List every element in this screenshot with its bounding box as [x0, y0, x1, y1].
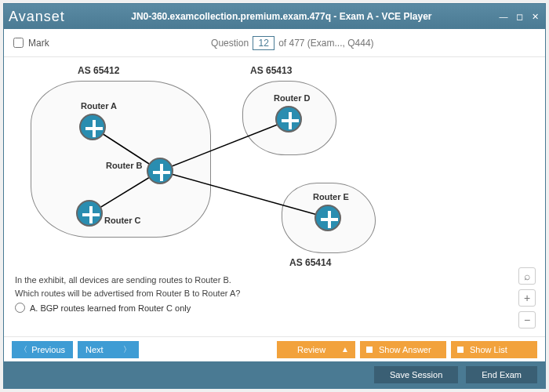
option-a-radio[interactable] — [15, 303, 25, 313]
next-label: Next — [85, 345, 104, 354]
question-text: In the exhibit, all devices are sending … — [15, 275, 534, 298]
titlebar: Avanset JN0-360.examcollection.premium.e… — [4, 4, 545, 29]
maximize-icon[interactable]: ◻ — [514, 11, 525, 22]
magnify-icon[interactable]: ⌕ — [518, 267, 536, 285]
question-number[interactable]: 12 — [253, 36, 274, 50]
chevron-left-icon: 〈 — [20, 344, 27, 355]
mark-label: Mark — [28, 38, 49, 49]
svg-line-3 — [160, 171, 329, 218]
show-answer-button[interactable]: Show Answer — [360, 341, 446, 358]
window-title: JN0-360.examcollection.premium.exam.477q… — [65, 11, 498, 22]
close-icon[interactable]: ✕ — [529, 11, 540, 22]
zoom-in-button[interactable]: + — [518, 289, 536, 307]
router-a-label: Router A — [81, 101, 117, 111]
show-list-button[interactable]: Show List — [451, 341, 537, 358]
stem-line-1: In the exhibit, all devices are sending … — [15, 275, 534, 285]
nav-bar: 〈 Previous Next 〉 Review ▲ Show Answer S… — [4, 336, 545, 361]
option-a-label: A. BGP routes learned from Router C only — [30, 303, 191, 313]
logo: Avanset — [9, 9, 65, 25]
triangle-up-icon: ▲ — [341, 345, 349, 354]
question-total: of 477 (Exam..., Q444) — [278, 38, 373, 49]
end-exam-button[interactable]: End Exam — [466, 366, 537, 383]
save-session-button[interactable]: Save Session — [374, 366, 458, 383]
previous-label: Previous — [31, 345, 65, 354]
square-icon — [457, 347, 464, 353]
chevron-right-icon: 〉 — [123, 344, 131, 355]
router-c-label: Router C — [104, 216, 140, 225]
router-e-icon — [314, 205, 341, 231]
review-label: Review — [297, 345, 325, 354]
router-b-icon — [147, 158, 173, 184]
review-button[interactable]: Review ▲ — [277, 341, 355, 358]
network-diagram: AS 65412 AS 65413 AS 65414 Router A Rout… — [15, 65, 454, 269]
zoom-tools: ⌕ + − — [518, 267, 536, 328]
stem-line-2: Which routes will be advertised from Rou… — [15, 289, 534, 298]
question-counter: Question 12 of 477 (Exam..., Q444) — [49, 38, 536, 49]
question-header: Mark Question 12 of 477 (Exam..., Q444) — [4, 29, 545, 57]
router-d-icon — [275, 106, 302, 132]
content-area: AS 65412 AS 65413 AS 65414 Router A Rout… — [4, 57, 545, 336]
bottom-bar: Save Session End Exam — [4, 361, 545, 388]
svg-line-2 — [160, 120, 289, 171]
next-button[interactable]: Next 〉 — [78, 341, 139, 358]
router-a-icon — [79, 114, 106, 140]
minimize-icon[interactable]: — — [498, 11, 509, 22]
show-answer-label: Show Answer — [379, 345, 431, 354]
previous-button[interactable]: 〈 Previous — [12, 341, 73, 358]
mark-checkbox[interactable] — [13, 38, 24, 48]
option-a[interactable]: A. BGP routes learned from Router C only — [15, 303, 534, 313]
question-word: Question — [211, 38, 249, 49]
show-list-label: Show List — [470, 345, 507, 354]
router-c-icon — [76, 200, 103, 227]
topology-lines — [15, 65, 454, 269]
window-controls: — ◻ ✕ — [498, 11, 540, 22]
zoom-out-button[interactable]: − — [518, 311, 536, 328]
router-e-label: Router E — [313, 192, 349, 201]
app-window: Avanset JN0-360.examcollection.premium.e… — [3, 3, 546, 389]
router-b-label: Router B — [106, 161, 142, 170]
square-icon — [366, 347, 373, 353]
router-d-label: Router D — [274, 93, 310, 103]
